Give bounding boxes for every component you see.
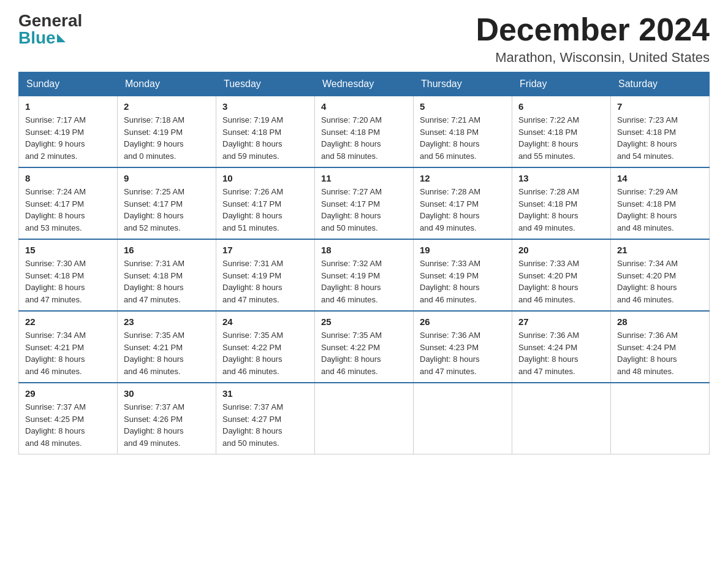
- calendar-cell: [315, 383, 414, 454]
- weekday-header-friday: Friday: [512, 72, 611, 96]
- calendar-cell: 21 Sunrise: 7:34 AMSunset: 4:20 PMDaylig…: [611, 239, 710, 311]
- day-number: 29: [25, 388, 111, 399]
- day-number: 19: [420, 245, 506, 255]
- day-info: Sunrise: 7:37 AMSunset: 4:26 PMDaylight:…: [124, 401, 210, 449]
- calendar-cell: 3 Sunrise: 7:19 AMSunset: 4:18 PMDayligh…: [216, 96, 315, 168]
- day-number: 3: [222, 101, 308, 112]
- day-info: Sunrise: 7:24 AMSunset: 4:17 PMDaylight:…: [25, 186, 111, 234]
- day-number: 12: [420, 173, 506, 183]
- day-number: 2: [124, 101, 210, 112]
- calendar-cell: 20 Sunrise: 7:33 AMSunset: 4:20 PMDaylig…: [512, 239, 611, 311]
- day-number: 17: [222, 245, 308, 255]
- calendar-cell: 28 Sunrise: 7:36 AMSunset: 4:24 PMDaylig…: [611, 311, 710, 383]
- logo-arrow-icon: [57, 34, 66, 42]
- logo: General Blue: [18, 12, 82, 47]
- day-number: 25: [321, 316, 407, 327]
- calendar-cell: 14 Sunrise: 7:29 AMSunset: 4:18 PMDaylig…: [611, 167, 710, 239]
- weekday-header-row: SundayMondayTuesdayWednesdayThursdayFrid…: [19, 72, 710, 96]
- weekday-header-sunday: Sunday: [19, 72, 118, 96]
- day-number: 8: [25, 173, 111, 183]
- day-number: 11: [321, 173, 407, 183]
- day-info: Sunrise: 7:21 AMSunset: 4:18 PMDaylight:…: [420, 114, 506, 162]
- calendar-cell: 13 Sunrise: 7:28 AMSunset: 4:18 PMDaylig…: [512, 167, 611, 239]
- calendar-week-row: 1 Sunrise: 7:17 AMSunset: 4:19 PMDayligh…: [19, 96, 710, 168]
- calendar-cell: 12 Sunrise: 7:28 AMSunset: 4:17 PMDaylig…: [414, 167, 512, 239]
- day-number: 30: [124, 388, 210, 399]
- calendar-week-row: 22 Sunrise: 7:34 AMSunset: 4:21 PMDaylig…: [19, 311, 710, 383]
- day-info: Sunrise: 7:34 AMSunset: 4:21 PMDaylight:…: [25, 329, 111, 377]
- calendar-cell: 2 Sunrise: 7:18 AMSunset: 4:19 PMDayligh…: [118, 96, 216, 168]
- day-number: 16: [124, 245, 210, 255]
- day-info: Sunrise: 7:36 AMSunset: 4:23 PMDaylight:…: [420, 329, 506, 377]
- calendar-cell: 9 Sunrise: 7:25 AMSunset: 4:17 PMDayligh…: [118, 167, 216, 239]
- day-number: 27: [518, 316, 604, 327]
- calendar-cell: 4 Sunrise: 7:20 AMSunset: 4:18 PMDayligh…: [315, 96, 414, 168]
- day-number: 21: [617, 245, 703, 255]
- day-number: 6: [518, 101, 604, 112]
- logo-general-text: General: [18, 12, 82, 29]
- day-info: Sunrise: 7:20 AMSunset: 4:18 PMDaylight:…: [321, 114, 407, 162]
- calendar-location: Marathon, Wisconsin, United States: [476, 50, 710, 66]
- day-info: Sunrise: 7:33 AMSunset: 4:19 PMDaylight:…: [420, 258, 506, 305]
- weekday-header-saturday: Saturday: [611, 72, 710, 96]
- day-info: Sunrise: 7:32 AMSunset: 4:19 PMDaylight:…: [321, 258, 407, 305]
- day-info: Sunrise: 7:31 AMSunset: 4:19 PMDaylight:…: [222, 258, 308, 305]
- day-number: 10: [222, 173, 308, 183]
- calendar-cell: 8 Sunrise: 7:24 AMSunset: 4:17 PMDayligh…: [19, 167, 118, 239]
- day-info: Sunrise: 7:28 AMSunset: 4:18 PMDaylight:…: [518, 186, 604, 234]
- calendar-cell: 5 Sunrise: 7:21 AMSunset: 4:18 PMDayligh…: [414, 96, 512, 168]
- weekday-header-wednesday: Wednesday: [315, 72, 414, 96]
- calendar-cell: 7 Sunrise: 7:23 AMSunset: 4:18 PMDayligh…: [611, 96, 710, 168]
- day-number: 31: [222, 388, 308, 399]
- calendar-cell: 6 Sunrise: 7:22 AMSunset: 4:18 PMDayligh…: [512, 96, 611, 168]
- day-number: 24: [222, 316, 308, 327]
- day-info: Sunrise: 7:25 AMSunset: 4:17 PMDaylight:…: [124, 186, 210, 234]
- calendar-cell: 26 Sunrise: 7:36 AMSunset: 4:23 PMDaylig…: [414, 311, 512, 383]
- day-info: Sunrise: 7:23 AMSunset: 4:18 PMDaylight:…: [617, 114, 703, 162]
- day-number: 5: [420, 101, 506, 112]
- calendar-cell: [611, 383, 710, 454]
- calendar-cell: 29 Sunrise: 7:37 AMSunset: 4:25 PMDaylig…: [19, 383, 118, 454]
- day-info: Sunrise: 7:35 AMSunset: 4:21 PMDaylight:…: [124, 329, 210, 377]
- calendar-cell: 1 Sunrise: 7:17 AMSunset: 4:19 PMDayligh…: [19, 96, 118, 168]
- day-info: Sunrise: 7:18 AMSunset: 4:19 PMDaylight:…: [124, 114, 210, 162]
- calendar-cell: [512, 383, 611, 454]
- day-info: Sunrise: 7:33 AMSunset: 4:20 PMDaylight:…: [518, 258, 604, 305]
- calendar-cell: 27 Sunrise: 7:36 AMSunset: 4:24 PMDaylig…: [512, 311, 611, 383]
- day-number: 22: [25, 316, 111, 327]
- calendar-cell: 31 Sunrise: 7:37 AMSunset: 4:27 PMDaylig…: [216, 383, 315, 454]
- calendar-cell: 19 Sunrise: 7:33 AMSunset: 4:19 PMDaylig…: [414, 239, 512, 311]
- day-info: Sunrise: 7:29 AMSunset: 4:18 PMDaylight:…: [617, 186, 703, 234]
- calendar-cell: 18 Sunrise: 7:32 AMSunset: 4:19 PMDaylig…: [315, 239, 414, 311]
- day-number: 26: [420, 316, 506, 327]
- day-info: Sunrise: 7:27 AMSunset: 4:17 PMDaylight:…: [321, 186, 407, 234]
- day-number: 14: [617, 173, 703, 183]
- day-info: Sunrise: 7:35 AMSunset: 4:22 PMDaylight:…: [222, 329, 308, 377]
- day-info: Sunrise: 7:19 AMSunset: 4:18 PMDaylight:…: [222, 114, 308, 162]
- weekday-header-monday: Monday: [118, 72, 216, 96]
- day-number: 23: [124, 316, 210, 327]
- calendar-cell: 11 Sunrise: 7:27 AMSunset: 4:17 PMDaylig…: [315, 167, 414, 239]
- day-number: 15: [25, 245, 111, 255]
- day-info: Sunrise: 7:36 AMSunset: 4:24 PMDaylight:…: [518, 329, 604, 377]
- day-info: Sunrise: 7:31 AMSunset: 4:18 PMDaylight:…: [124, 258, 210, 305]
- day-info: Sunrise: 7:17 AMSunset: 4:19 PMDaylight:…: [25, 114, 111, 162]
- day-info: Sunrise: 7:35 AMSunset: 4:22 PMDaylight:…: [321, 329, 407, 377]
- weekday-header-tuesday: Tuesday: [216, 72, 315, 96]
- calendar-cell: 22 Sunrise: 7:34 AMSunset: 4:21 PMDaylig…: [19, 311, 118, 383]
- day-number: 13: [518, 173, 604, 183]
- calendar-cell: 23 Sunrise: 7:35 AMSunset: 4:21 PMDaylig…: [118, 311, 216, 383]
- day-info: Sunrise: 7:30 AMSunset: 4:18 PMDaylight:…: [25, 258, 111, 305]
- calendar-cell: 15 Sunrise: 7:30 AMSunset: 4:18 PMDaylig…: [19, 239, 118, 311]
- calendar-week-row: 15 Sunrise: 7:30 AMSunset: 4:18 PMDaylig…: [19, 239, 710, 311]
- page-header: General Blue December 2024 Marathon, Wis…: [18, 12, 710, 66]
- day-info: Sunrise: 7:37 AMSunset: 4:27 PMDaylight:…: [222, 401, 308, 449]
- calendar-cell: 16 Sunrise: 7:31 AMSunset: 4:18 PMDaylig…: [118, 239, 216, 311]
- logo-blue-text: Blue: [18, 29, 56, 47]
- day-info: Sunrise: 7:22 AMSunset: 4:18 PMDaylight:…: [518, 114, 604, 162]
- weekday-header-thursday: Thursday: [414, 72, 512, 96]
- day-info: Sunrise: 7:26 AMSunset: 4:17 PMDaylight:…: [222, 186, 308, 234]
- calendar-week-row: 8 Sunrise: 7:24 AMSunset: 4:17 PMDayligh…: [19, 167, 710, 239]
- calendar-cell: 24 Sunrise: 7:35 AMSunset: 4:22 PMDaylig…: [216, 311, 315, 383]
- day-number: 28: [617, 316, 703, 327]
